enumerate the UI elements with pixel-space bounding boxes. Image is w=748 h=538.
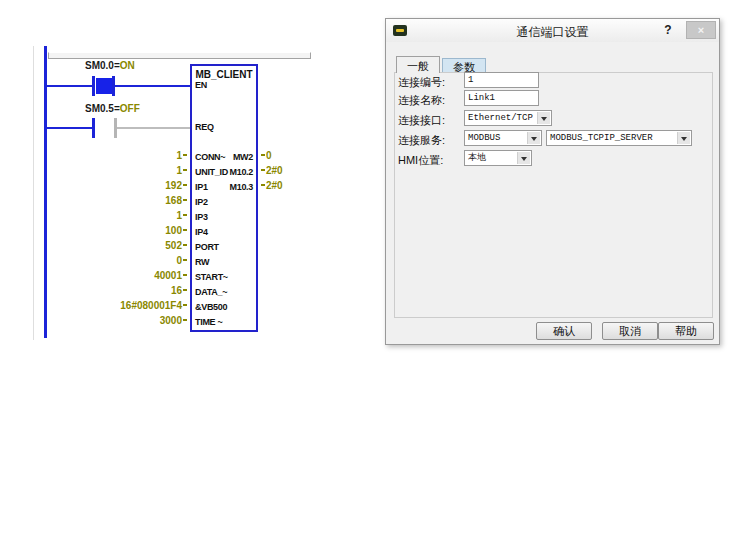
hmi-location-select[interactable]: 本地	[464, 150, 532, 166]
outvalue-m10-3[interactable]: 2#0	[261, 180, 283, 191]
dialog-help-icon[interactable]: ?	[659, 22, 677, 39]
connection-name-label: 连接名称:	[398, 93, 445, 108]
network-header-bar[interactable]	[48, 52, 311, 59]
connection-name-input[interactable]	[464, 90, 539, 106]
power-rail	[44, 46, 47, 338]
pin-ip3: IP3	[195, 212, 208, 222]
confirm-button[interactable]: 确认	[536, 322, 592, 340]
pin-req: REQ	[195, 122, 214, 132]
ladder-editor: SM0.0=ON SM0.5=OFF MB_CLIENT EN REQ CONN…	[0, 0, 380, 345]
contact2-operand[interactable]: SM0.5=OFF	[85, 103, 140, 114]
contact1-state: ON	[120, 60, 135, 71]
value-ip4[interactable]: 100	[86, 225, 187, 236]
pin-conn: CONN~	[195, 152, 225, 162]
chevron-down-icon	[537, 112, 550, 124]
wire-rung2-right	[117, 127, 190, 129]
contact2-state: OFF	[120, 103, 140, 114]
pin-unit-id: UNIT_ID	[195, 167, 228, 177]
pin-en: EN	[195, 80, 207, 90]
value-ip3[interactable]: 1	[86, 210, 187, 221]
value-data[interactable]: 16	[86, 285, 187, 296]
value-time[interactable]: 3000	[86, 315, 187, 326]
contact1-address: SM0.0=	[85, 60, 120, 71]
value-start[interactable]: 40001	[86, 270, 187, 281]
value-ptr[interactable]: 16#080001F4	[86, 300, 187, 311]
chevron-down-icon	[527, 132, 540, 144]
tab-general[interactable]: 一般	[396, 56, 440, 73]
cancel-button[interactable]: 取消	[602, 322, 658, 340]
bottom-window: (T) 窗口(W) 帮助(H) ⤒ ⤓ 2↓ 2↑ ⧉ ▶ ■ ▦ ▦ ▤ ▤ …	[0, 340, 748, 538]
pin-ip4: IP4	[195, 227, 208, 237]
value-port[interactable]: 502	[86, 240, 187, 251]
block-title: MB_CLIENT	[192, 69, 256, 80]
wire-rung1-right	[115, 85, 190, 87]
dialog-content-frame	[394, 72, 713, 318]
contact1-left-bar	[92, 76, 95, 96]
pin-port: PORT	[195, 242, 219, 252]
outvalue-m10-2[interactable]: 2#0	[261, 165, 283, 176]
modbus-server-select[interactable]: MODBUS_TCPIP_SERVER	[546, 130, 692, 146]
wire-rung1-left	[46, 85, 93, 87]
chevron-down-icon	[517, 152, 530, 164]
outvalue-mw2[interactable]: 0	[261, 150, 272, 161]
pin-ip1: IP1	[195, 182, 208, 192]
contact2-left-bar[interactable]	[92, 118, 95, 138]
pin-vb500: &VB500	[195, 302, 227, 312]
value-ip1[interactable]: 192	[86, 180, 187, 191]
help-button[interactable]: 帮助	[658, 322, 714, 340]
hmi-location-label: HMI位置:	[398, 153, 443, 168]
value-ip2[interactable]: 168	[86, 195, 187, 206]
connection-service-select[interactable]: MODBUS	[464, 130, 542, 146]
contact1-energized-fill[interactable]	[96, 78, 112, 94]
pin-out-m10-3: M10.3	[229, 182, 253, 192]
connection-number-input[interactable]	[464, 72, 539, 88]
value-conn[interactable]: 1	[86, 150, 187, 161]
contact1-operand[interactable]: SM0.0=ON	[85, 60, 135, 71]
value-rw[interactable]: 0	[86, 255, 187, 266]
connection-number-label: 连接编号:	[398, 75, 445, 90]
comm-port-dialog: 通信端口设置 ? × 一般 参数 连接编号: 连接名称: 连接接口: Ether…	[385, 18, 720, 345]
connection-interface-select[interactable]: Ethernet/TCP	[464, 110, 552, 126]
pin-rw: RW	[195, 257, 209, 267]
editor-margin-line	[33, 46, 34, 340]
pin-data: DATA_~	[195, 287, 227, 297]
contact2-address: SM0.5=	[85, 103, 120, 114]
connection-interface-label: 连接接口:	[398, 113, 445, 128]
pin-out-m10-2: M10.2	[229, 167, 253, 177]
pin-ip2: IP2	[195, 197, 208, 207]
pin-time: TIME ~	[195, 317, 222, 327]
pin-out-mw2: MW2	[233, 152, 253, 162]
pin-start: START~	[195, 272, 228, 282]
close-icon[interactable]: ×	[686, 21, 716, 39]
chevron-down-icon	[677, 132, 690, 144]
wire-rung2-left	[46, 127, 92, 129]
tab-parameters[interactable]: 参数	[442, 58, 486, 73]
value-unit-id[interactable]: 1	[86, 165, 187, 176]
mb-client-block[interactable]: MB_CLIENT EN REQ CONN~ UNIT_ID IP1 IP2 I…	[190, 64, 258, 332]
screenshot-root: SM0.0=ON SM0.5=OFF MB_CLIENT EN REQ CONN…	[0, 0, 748, 538]
connection-service-label: 连接服务:	[398, 133, 445, 148]
